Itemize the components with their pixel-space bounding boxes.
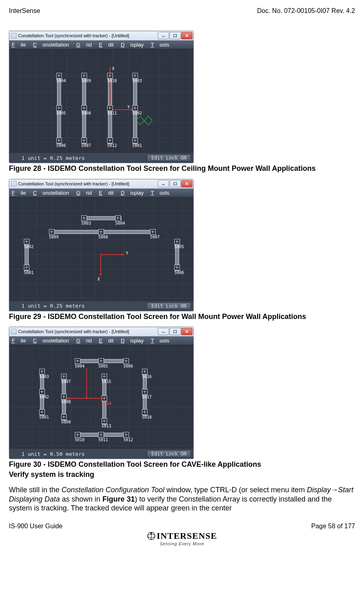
logo-tagline: Sensing Every Move (9, 542, 355, 546)
node-5007: 5007 (81, 144, 91, 148)
menu-constellation[interactable]: Constellation (33, 338, 69, 344)
node-5010: 5010 (107, 79, 117, 83)
node-5004: 5004 (115, 221, 125, 225)
node-5004: 5004 (75, 364, 85, 368)
menu-constellation[interactable]: Constellation (33, 190, 69, 196)
figure-28: Constellation Tool (synchronized with tr… (9, 31, 355, 173)
menu-constellation[interactable]: Constellation (33, 42, 69, 48)
menu-tools[interactable]: Tools (151, 190, 169, 196)
node-5016: 5016 (142, 375, 152, 379)
statusbar: 1 unit = 0.50 meters Edit Lock ON (9, 449, 193, 459)
menu-tools[interactable]: Tools (151, 42, 169, 48)
node-5005: 5005 (98, 364, 108, 368)
app-window-28: Constellation Tool (synchronized with tr… (9, 31, 194, 163)
menu-edit[interactable]: Edit (99, 190, 114, 196)
node-5008: 5008 (98, 235, 108, 239)
node-5014: 5014 (102, 402, 111, 406)
maximize-button[interactable] (169, 328, 181, 335)
minimize-button[interactable] (158, 328, 169, 335)
window-title: Constellation Tool (synchronized with tr… (18, 181, 157, 186)
header-right: Doc. No. 072-00105-0I07 Rev. 4.2 (257, 7, 355, 15)
node-5004: 5004 (56, 79, 66, 83)
status-lock[interactable]: Edit Lock ON (147, 154, 191, 162)
menu-grid[interactable]: Grid (76, 338, 92, 344)
svg-point-15 (150, 533, 152, 534)
menu-tools[interactable]: Tools (151, 338, 169, 344)
node-5001: 5001 (24, 271, 34, 275)
figure-28-caption: Figure 28 - ISDEMO Constellation Tool Sc… (9, 164, 355, 173)
node-5006: 5006 (174, 271, 184, 275)
canvas[interactable]: X Y 5004 5009 5010 5003 5005 5008 5011 5… (9, 49, 193, 153)
node-5017: 5017 (142, 395, 152, 399)
menu-edit[interactable]: Edit (99, 42, 114, 48)
minimize-button[interactable] (158, 32, 169, 39)
canvas[interactable]: 5004 5005 5006 5003 5002 5001 5007 5008 … (9, 345, 193, 449)
maximize-button[interactable] (169, 180, 181, 187)
node-5010: 5010 (75, 438, 85, 442)
app-icon (11, 181, 17, 187)
node-5012: 5012 (107, 144, 117, 148)
menu-display[interactable]: Display (121, 190, 144, 196)
status-lock[interactable]: Edit Lock ON (147, 302, 191, 310)
node-5018: 5018 (142, 415, 152, 419)
svg-rect-5 (174, 183, 177, 185)
node-5006: 5006 (123, 364, 133, 368)
node-5001: 5001 (39, 415, 49, 419)
menu-grid[interactable]: Grid (76, 42, 92, 48)
node-5002: 5002 (24, 245, 34, 249)
node-5001: 5001 (132, 144, 142, 148)
node-5011: 5011 (107, 111, 117, 115)
logo-icon (147, 532, 156, 540)
node-5008: 5008 (81, 111, 91, 115)
header-left: InterSense (9, 7, 40, 15)
status-unit: 1 unit = 0.25 meters (9, 303, 147, 309)
status-lock[interactable]: Edit Lock ON (147, 450, 191, 457)
close-button[interactable] (181, 180, 193, 187)
app-window-29: Constellation Tool (synchronized with tr… (9, 179, 194, 311)
menu-file[interactable]: File (12, 190, 26, 196)
node-5009: 5009 (61, 420, 71, 424)
statusbar: 1 unit = 0.25 meters Edit Lock ON (9, 153, 193, 163)
app-icon (11, 329, 17, 334)
menu-grid[interactable]: Grid (76, 190, 92, 196)
menubar: File Constellation Grid Edit Display Too… (9, 336, 193, 345)
figure-29: Constellation Tool (synchronized with tr… (9, 179, 355, 321)
menu-display[interactable]: Display (121, 42, 144, 48)
node-5003: 5003 (39, 375, 49, 379)
app-icon (11, 33, 17, 38)
statusbar: 1 unit = 0.25 meters Edit Lock ON (9, 301, 193, 311)
node-5015: 5015 (102, 380, 111, 384)
axis-x-label: X (112, 66, 114, 71)
titlebar[interactable]: Constellation Tool (synchronized with tr… (9, 31, 193, 40)
node-5005: 5005 (56, 111, 66, 115)
window-title: Constellation Tool (synchronized with tr… (18, 329, 157, 334)
node-5013: 5013 (102, 424, 111, 428)
titlebar[interactable]: Constellation Tool (synchronized with tr… (9, 179, 193, 189)
close-button[interactable] (181, 32, 193, 39)
status-unit: 1 unit = 0.50 meters (9, 451, 147, 457)
node-5007: 5007 (61, 380, 71, 384)
canvas[interactable]: 5003 5004 5009 5008 5007 5002 5001 5005 … (9, 198, 193, 301)
body-paragraph: While still in the Constellation Configu… (9, 485, 355, 513)
svg-rect-9 (174, 330, 177, 333)
node-5012: 5012 (123, 438, 133, 442)
menu-file[interactable]: File (12, 338, 26, 344)
status-unit: 1 unit = 0.25 meters (9, 155, 147, 161)
footer-left: IS-900 User Guide (9, 523, 63, 530)
node-5006: 5006 (56, 144, 66, 148)
close-button[interactable] (181, 328, 193, 335)
logo-text: INTERSENSE (157, 531, 217, 541)
node-5009: 5009 (49, 235, 59, 239)
node-5002: 5002 (39, 395, 49, 399)
window-title: Constellation Tool (synchronized with tr… (18, 33, 157, 38)
menu-edit[interactable]: Edit (99, 338, 114, 344)
maximize-button[interactable] (169, 32, 181, 39)
minimize-button[interactable] (158, 180, 169, 187)
titlebar[interactable]: Constellation Tool (synchronized with tr… (9, 327, 193, 336)
figure-30: Constellation Tool (synchronized with tr… (9, 327, 355, 479)
menu-display[interactable]: Display (121, 338, 144, 344)
axis-y-label: Y (126, 251, 128, 255)
axis-y-label: Y (127, 105, 130, 109)
app-window-30: Constellation Tool (synchronized with tr… (9, 327, 194, 459)
menu-file[interactable]: File (12, 42, 26, 48)
